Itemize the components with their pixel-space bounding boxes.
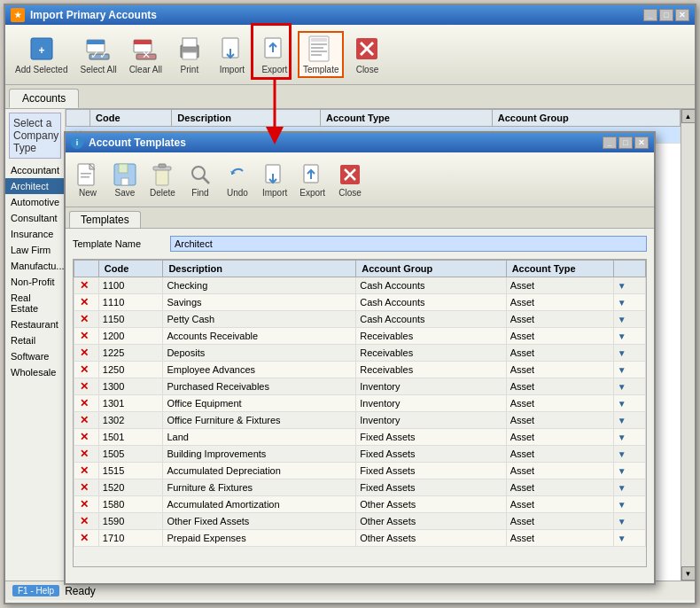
template-button[interactable]: Template [298, 31, 345, 78]
row-x: ✕ [74, 446, 99, 463]
close-main-button[interactable]: ✕ [675, 9, 689, 21]
row-desc: Furniture & Fixtures [163, 479, 356, 496]
row-desc: Accumulated Amortization [163, 496, 356, 513]
accounts-tab[interactable]: Accounts [9, 89, 79, 108]
sidebar: Select a Company Type Accountant Archite… [5, 109, 66, 581]
row-desc: Land [163, 429, 356, 446]
sub-export-button[interactable]: Export [295, 160, 330, 200]
row-code: 1302 [98, 412, 163, 429]
template-name-input[interactable] [170, 236, 647, 252]
clear-all-button[interactable]: ✕ Clear All [125, 32, 167, 77]
import-button[interactable]: Import [213, 32, 252, 77]
row-desc: Other Fixed Assets [163, 513, 356, 530]
scroll-up[interactable]: ▲ [681, 109, 696, 123]
close-toolbar-button[interactable]: Close [347, 32, 386, 77]
table-row[interactable]: ✕ 1100 Checking Cash Accounts Asset ▼ [74, 277, 646, 294]
table-row[interactable]: ✕ 1501 Land Fixed Assets Asset ▼ [74, 429, 646, 446]
main-scrollbar[interactable]: ▲ ▼ [681, 109, 695, 581]
row-code: 1100 [98, 277, 163, 294]
table-row[interactable]: ✕ 1300 Purchased Receivables Inventory A… [74, 378, 646, 395]
table-row[interactable]: ✕ 1590 Other Fixed Assets Other Assets A… [74, 513, 646, 530]
f1-badge[interactable]: F1 - Help [12, 585, 59, 596]
table-row[interactable]: ✕ 1150 Petty Cash Cash Accounts Asset ▼ [74, 311, 646, 328]
templates-tab[interactable]: Templates [69, 211, 141, 228]
table-row[interactable]: ✕ 1520 Furniture & Fixtures Fixed Assets… [74, 479, 646, 496]
template-label: Template [303, 65, 339, 74]
table-row[interactable]: ✕ 1710 Prepaid Expenses Other Assets Ass… [74, 530, 646, 547]
row-x: ✕ [74, 479, 99, 496]
sidebar-item-software[interactable]: Software [5, 348, 65, 364]
table-row[interactable]: ✕ 1580 Accumulated Amortization Other As… [74, 496, 646, 513]
scroll-down[interactable]: ▼ [681, 566, 696, 581]
row-x: ✕ [74, 311, 99, 328]
sidebar-item-wholesale[interactable]: Wholesale [5, 364, 65, 380]
select-all-label: Select All [81, 65, 117, 74]
import-main-label: Import [220, 65, 245, 74]
sidebar-item-retail[interactable]: Retail [5, 332, 65, 348]
select-all-button[interactable]: ✓✓ Select All [76, 32, 121, 77]
sub-new-button[interactable]: New [71, 160, 105, 200]
sub-delete-button[interactable]: Delete [145, 160, 180, 200]
template-icon [307, 35, 335, 63]
sidebar-item-restaurant[interactable]: Restaurant [5, 316, 65, 332]
table-row[interactable]: ✕ 1515 Accumulated Depreciation Fixed As… [74, 463, 646, 479]
row-type: Asset [506, 496, 613, 513]
row-desc: Checking [163, 277, 356, 294]
sub-export-label: Export [299, 188, 325, 198]
status-text: Ready [65, 585, 96, 597]
sub-minimize-button[interactable]: _ [603, 136, 617, 149]
sidebar-item-realestate[interactable]: Real Estate [5, 290, 65, 316]
row-check-col: ▼ [613, 378, 645, 395]
table-row[interactable]: ✕ 1200 Accounts Receivable Receivables A… [74, 328, 646, 345]
sub-close-toolbar-button[interactable]: Close [333, 160, 367, 200]
sidebar-item-nonprofit[interactable]: Non-Profit [5, 274, 65, 290]
sidebar-item-insurance[interactable]: Insurance [5, 226, 65, 242]
row-group: Other Assets [356, 496, 506, 513]
svg-rect-34 [159, 164, 166, 168]
sub-import-icon [262, 162, 287, 187]
toolbar: + Add Selected ✓✓ Select All ✕ Clear All… [5, 25, 695, 85]
add-selected-button[interactable]: + Add Selected [11, 32, 73, 77]
sidebar-item-architect[interactable]: Architect [5, 178, 65, 194]
sub-new-icon [75, 162, 100, 187]
table-row[interactable]: ✕ 1250 Employee Advances Receivables Ass… [74, 362, 646, 378]
row-check-col: ▼ [613, 294, 645, 311]
sub-maximize-button[interactable]: □ [618, 136, 633, 149]
table-row[interactable]: ✕ 1110 Savings Cash Accounts Asset ▼ [74, 294, 646, 311]
minimize-button[interactable]: _ [643, 9, 657, 21]
sub-close-button[interactable]: ✕ [634, 136, 649, 149]
export-button[interactable]: Export [255, 32, 294, 77]
sidebar-item-lawfirm[interactable]: Law Firm [5, 242, 65, 258]
sub-title-bar: i Account Templates _ □ ✕ [66, 133, 654, 152]
sub-find-label: Find [191, 188, 208, 198]
table-row[interactable]: ✕ 1302 Office Furniture & Fixtures Inven… [74, 412, 646, 429]
sidebar-item-manufacturing[interactable]: Manufactu... [5, 258, 65, 274]
sidebar-item-consultant[interactable]: Consultant [5, 210, 65, 226]
row-code: 1710 [98, 530, 163, 547]
sidebar-item-accountant[interactable]: Accountant [5, 162, 65, 178]
company-type-selector[interactable]: Select a Company Type [9, 113, 61, 159]
row-type: Asset [506, 479, 613, 496]
row-group: Fixed Assets [356, 463, 506, 479]
row-code: 1110 [98, 294, 163, 311]
sub-find-button[interactable]: Find [183, 160, 217, 200]
sub-save-icon [113, 162, 137, 187]
table-row[interactable]: ✕ 1225 Deposits Receivables Asset ▼ [74, 345, 646, 362]
sub-undo-button[interactable]: Undo [221, 160, 254, 200]
table-row[interactable]: ✕ 1301 Office Equipment Inventory Asset … [74, 395, 646, 412]
row-x: ✕ [74, 530, 99, 547]
svg-rect-16 [311, 38, 327, 42]
close-toolbar-icon [353, 35, 381, 63]
row-x: ✕ [74, 429, 99, 446]
template-name-label: Template Name [73, 238, 170, 249]
row-x: ✕ [74, 277, 99, 294]
sub-import-button[interactable]: Import [258, 160, 292, 200]
sidebar-item-automotive[interactable]: Automotive [5, 194, 65, 210]
row-group: Receivables [356, 362, 506, 378]
print-button[interactable]: Print [170, 32, 209, 77]
table-row[interactable]: ✕ 1505 Building Improvements Fixed Asset… [74, 446, 646, 463]
row-check-col: ▼ [613, 463, 645, 479]
sub-save-button[interactable]: Save [108, 160, 142, 200]
scroll-track [682, 123, 695, 566]
maximize-button[interactable]: □ [659, 9, 673, 21]
